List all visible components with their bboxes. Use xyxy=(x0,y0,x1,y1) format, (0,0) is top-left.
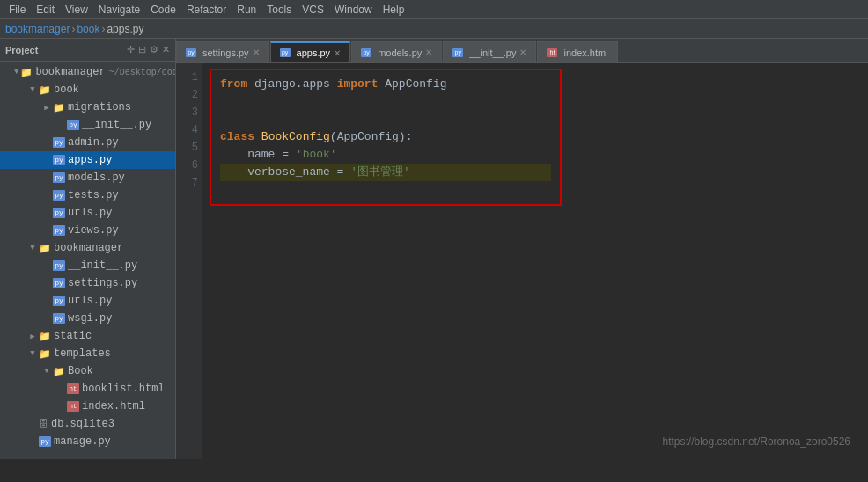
root-path: ~/Desktop/code/bookmanage xyxy=(109,68,175,77)
menubar: File Edit View Navigate Code Refactor Ru… xyxy=(0,0,868,19)
sidebar-item-models-py[interactable]: py models.py xyxy=(0,169,175,186)
code-content[interactable]: from django.apps import AppConfig class … xyxy=(202,63,868,459)
tab-close-icon[interactable]: ✕ xyxy=(425,47,432,57)
sidebar-item-urls-py-2[interactable]: py urls.py xyxy=(0,292,175,310)
menu-tools[interactable]: Tools xyxy=(261,0,297,18)
html-file-icon: ht xyxy=(67,401,79,412)
menu-code[interactable]: Code xyxy=(145,0,181,18)
keyword: from xyxy=(220,76,247,93)
sidebar-new-icon[interactable]: ✛ xyxy=(127,44,135,55)
sidebar-item-urls-py-1[interactable]: py urls.py xyxy=(0,204,175,222)
python-file-icon: py xyxy=(53,260,65,271)
python-file-icon: py xyxy=(53,190,65,201)
tab-apps[interactable]: py apps.py ✕ xyxy=(270,41,351,62)
code-line-4: class BookConfig (AppConfig): xyxy=(220,128,551,146)
tree-label: templates xyxy=(54,347,111,360)
folder-icon: 📁 xyxy=(53,102,65,113)
tab-init[interactable]: py __init__.py ✕ xyxy=(443,41,536,62)
line-num: 7 xyxy=(180,174,198,192)
tree-label: bookmanager xyxy=(35,66,105,78)
tree-label: manage.py xyxy=(54,435,111,448)
sidebar-item-init-py-1[interactable]: py __init__.py xyxy=(0,116,175,134)
code-line-7 xyxy=(220,181,551,199)
menu-file[interactable]: File xyxy=(4,0,31,18)
classname: BookConfig xyxy=(261,128,330,146)
python-file-icon: py xyxy=(53,137,65,148)
python-file-icon: py xyxy=(53,225,65,236)
db-file-icon: 🗄 xyxy=(39,419,48,430)
code-line-5: name = 'book' xyxy=(220,146,551,164)
tree-label: models.py xyxy=(68,172,125,184)
sidebar-item-init-py-2[interactable]: py __init__.py xyxy=(0,257,175,274)
sidebar-item-admin-py[interactable]: py admin.py xyxy=(0,134,175,151)
tab-file-icon: ht xyxy=(547,48,557,57)
folder-icon: 📁 xyxy=(39,331,51,342)
editor-tabs: py settings.py ✕ py apps.py ✕ py models.… xyxy=(176,39,868,63)
sidebar-item-manage-py[interactable]: py manage.py xyxy=(0,433,175,450)
tree-label: index.html xyxy=(82,400,145,413)
arrow-icon: ▼ xyxy=(28,244,37,252)
python-file-icon: py xyxy=(53,296,65,306)
tab-index-html[interactable]: ht index.html xyxy=(537,41,617,62)
folder-icon: 📁 xyxy=(39,84,51,96)
arrow-icon: ▼ xyxy=(28,85,37,94)
tree-label: __init__.py xyxy=(68,259,137,272)
breadcrumb-item-book[interactable]: book xyxy=(77,23,99,35)
sidebar-item-migrations[interactable]: ▶ 📁 migrations xyxy=(0,99,175,116)
sidebar-close-icon[interactable]: ✕ xyxy=(162,44,170,55)
menu-window[interactable]: Window xyxy=(329,0,378,18)
menu-refactor[interactable]: Refactor xyxy=(181,0,232,18)
code-line-2 xyxy=(220,93,551,111)
sidebar-item-bookmanager-sub[interactable]: ▼ 📁 bookmanager xyxy=(0,239,175,257)
tab-close-icon[interactable]: ✕ xyxy=(334,48,341,58)
python-file-icon: py xyxy=(39,436,51,447)
html-file-icon: ht xyxy=(67,383,79,394)
line-num: 3 xyxy=(180,104,198,121)
tree-label: urls.py xyxy=(68,295,112,307)
arrow-icon: ▼ xyxy=(14,68,18,77)
tab-label: index.html xyxy=(563,47,607,58)
line-num: 6 xyxy=(180,157,198,174)
code-line-6: verbose_name = '图书管理' xyxy=(220,164,551,181)
sidebar-item-index-html[interactable]: ht index.html xyxy=(0,398,175,415)
sidebar-item-templates[interactable]: ▼ 📁 templates xyxy=(0,345,175,362)
sidebar-item-tests-py[interactable]: py tests.py xyxy=(0,186,175,204)
menu-navigate[interactable]: Navigate xyxy=(93,0,145,18)
tab-file-icon: py xyxy=(186,48,196,57)
sidebar-item-static[interactable]: ▶ 📁 static xyxy=(0,327,175,345)
keyword: import xyxy=(337,76,379,93)
code-editor: 1 2 3 4 5 6 7 from django.apps import Ap… xyxy=(176,63,868,459)
breadcrumb-item-root[interactable]: bookmanager xyxy=(5,23,70,35)
sidebar-item-db-sqlite3[interactable]: 🗄 db.sqlite3 xyxy=(0,415,175,433)
keyword: class xyxy=(220,128,254,146)
sidebar-item-views-py[interactable]: py views.py xyxy=(0,222,175,239)
sidebar-gear-icon[interactable]: ⚙ xyxy=(150,44,158,55)
sidebar-item-settings-py[interactable]: py settings.py xyxy=(0,274,175,292)
tree-label: urls.py xyxy=(68,207,112,219)
python-file-icon: py xyxy=(53,172,65,183)
tree-label: static xyxy=(54,330,92,342)
sidebar-item-book[interactable]: ▼ 📁 book xyxy=(0,81,175,99)
folder-icon: 📁 xyxy=(39,348,51,360)
sidebar-item-apps-py[interactable]: py apps.py xyxy=(0,151,175,169)
menu-view[interactable]: View xyxy=(60,0,93,18)
tab-models[interactable]: py models.py ✕ xyxy=(351,41,442,62)
editor-wrapper: py settings.py ✕ py apps.py ✕ py models.… xyxy=(176,39,868,459)
menu-help[interactable]: Help xyxy=(378,0,410,18)
sidebar-item-wsgi-py[interactable]: py wsgi.py xyxy=(0,310,175,327)
python-file-icon: py xyxy=(67,120,79,130)
tab-settings[interactable]: py settings.py ✕ xyxy=(176,41,269,62)
menu-edit[interactable]: Edit xyxy=(31,0,60,18)
tab-close-icon[interactable]: ✕ xyxy=(519,47,526,57)
sidebar-title: Project xyxy=(5,45,38,55)
code-line-3 xyxy=(220,111,551,128)
sidebar-item-book-sub[interactable]: ▼ 📁 Book xyxy=(0,362,175,380)
sidebar-item-bookmanager-root[interactable]: ▼ 📁 bookmanager ~/Desktop/code/bookmanag… xyxy=(0,63,175,81)
sidebar-item-booklist-html[interactable]: ht booklist.html xyxy=(0,380,175,398)
menu-run[interactable]: Run xyxy=(232,0,261,18)
sidebar-collapse-icon[interactable]: ⊟ xyxy=(138,44,146,55)
watermark: https://blog.csdn.net/Roronoa_zoro0526 xyxy=(663,433,850,450)
sidebar-header: Project ✛ ⊟ ⚙ ✕ xyxy=(0,39,175,62)
menu-vcs[interactable]: VCS xyxy=(297,0,329,18)
tab-close-icon[interactable]: ✕ xyxy=(253,47,260,57)
